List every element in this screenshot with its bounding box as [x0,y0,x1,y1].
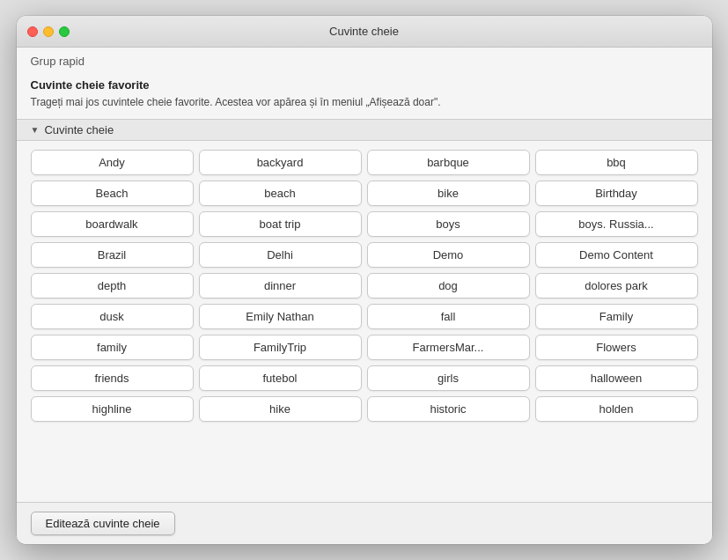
keyword-tag[interactable]: hike [199,396,362,422]
minimize-button[interactable] [43,26,54,37]
keyword-tag[interactable]: highline [31,396,194,422]
keywords-section-label: Cuvinte cheie [44,123,114,136]
keyword-tag[interactable]: FarmersMar... [367,335,530,360]
keyword-tag[interactable]: dusk [31,304,194,329]
keyword-tag[interactable]: depth [31,273,194,298]
keyword-tag[interactable]: bbq [535,150,698,175]
favorites-title: Cuvinte cheie favorite [31,78,698,92]
window-content: Grup rapid Cuvinte cheie favorite Trageț… [17,48,712,544]
favorites-description: Trageți mai jos cuvintele cheie favorite… [31,95,698,110]
keyword-tag[interactable]: friends [31,365,194,391]
keyword-tag[interactable]: Brazil [31,242,194,268]
keyword-tag[interactable]: dog [367,273,530,298]
keyword-tag[interactable]: dolores park [535,273,698,298]
close-button[interactable] [27,26,38,37]
keyword-tag[interactable]: holden [535,396,698,422]
main-window: Cuvinte cheie Grup rapid Cuvinte cheie f… [17,16,712,544]
keyword-tag[interactable]: girls [367,365,530,391]
keyword-tag[interactable]: historic [367,396,530,422]
keyword-tag[interactable]: boys [367,211,530,237]
keywords-header: ▼ Cuvinte cheie [17,119,712,141]
section-header: Grup rapid [17,48,712,71]
keyword-tag[interactable]: Demo Content [535,242,698,268]
keyword-tag[interactable]: Delhi [199,242,362,268]
keywords-grid-container[interactable]: AndybackyardbarbquebbqBeachbeachbikeBirt… [17,141,712,502]
keyword-tag[interactable]: Emily Nathan [199,304,362,329]
titlebar: Cuvinte cheie [17,16,712,48]
keyword-tag[interactable]: futebol [199,365,362,391]
keyword-tag[interactable]: Beach [31,181,194,206]
maximize-button[interactable] [59,26,70,37]
keyword-tag[interactable]: Andy [31,150,194,175]
keyword-tag[interactable]: beach [199,181,362,206]
keyword-tag[interactable]: bike [367,181,530,206]
traffic-lights [27,26,70,37]
keyword-tag[interactable]: Demo [367,242,530,268]
favorites-section: Cuvinte cheie favorite Trageți mai jos c… [17,71,712,119]
keyword-tag[interactable]: barbque [367,150,530,175]
footer: Editează cuvinte cheie [17,502,712,544]
keyword-tag[interactable]: halloween [535,365,698,391]
keyword-tag[interactable]: boardwalk [31,211,194,237]
window-title: Cuvinte cheie [329,25,399,38]
keyword-tag[interactable]: Family [535,304,698,329]
chevron-down-icon: ▼ [31,125,40,135]
keyword-tag[interactable]: Flowers [535,335,698,360]
keyword-tag[interactable]: fall [367,304,530,329]
keywords-grid: AndybackyardbarbquebbqBeachbeachbikeBirt… [31,150,698,422]
keyword-tag[interactable]: boys. Russia... [535,211,698,237]
edit-keywords-button[interactable]: Editează cuvinte cheie [31,512,175,535]
keyword-tag[interactable]: backyard [199,150,362,175]
keyword-tag[interactable]: FamilyTrip [199,335,362,360]
keyword-tag[interactable]: Birthday [535,181,698,206]
keyword-tag[interactable]: dinner [199,273,362,298]
keyword-tag[interactable]: family [31,335,194,360]
keyword-tag[interactable]: boat trip [199,211,362,237]
